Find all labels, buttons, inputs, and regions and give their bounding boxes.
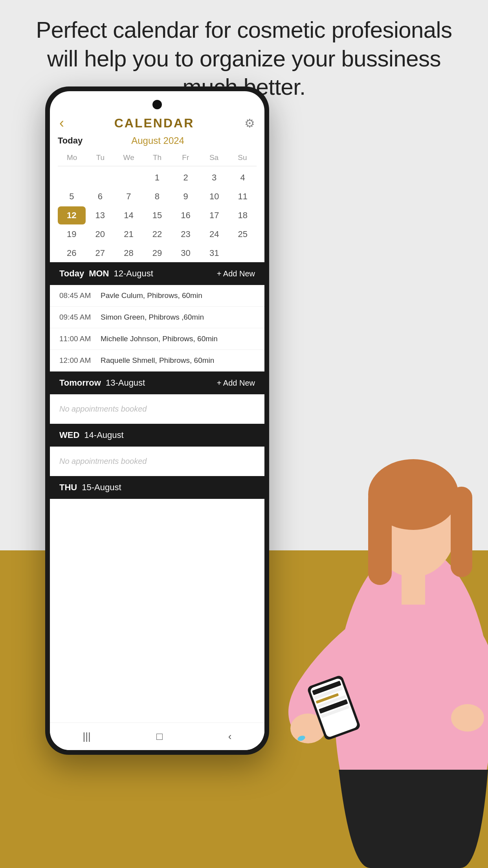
cal-day-4[interactable]: 4 [229, 169, 257, 187]
day-header-su: Su [228, 152, 257, 164]
cal-day-20[interactable]: 20 [86, 225, 114, 243]
appt-time-0-0: 08:45 AM [59, 291, 101, 300]
cal-day-14[interactable]: 14 [115, 206, 143, 224]
month-title: August 2024 [131, 135, 184, 146]
app-header: ‹ Calendar ⚙ [50, 91, 264, 135]
cal-day-30[interactable]: 30 [172, 244, 200, 262]
weekday-label-3: THU [59, 482, 77, 493]
appointment-row-0-0[interactable]: 08:45 AMPavle Culum, Phibrows, 60min [50, 285, 264, 307]
cal-day-29[interactable]: 29 [143, 244, 171, 262]
person-image [233, 337, 488, 868]
day-header-tu: Tu [86, 152, 114, 164]
today-button[interactable]: Today [58, 136, 83, 146]
day-header-we: We [115, 152, 143, 164]
cal-day-24[interactable]: 24 [200, 225, 228, 243]
cal-day-18[interactable]: 18 [229, 206, 257, 224]
cal-day-23[interactable]: 23 [172, 225, 200, 243]
cal-day-empty-0-0 [58, 169, 86, 187]
appt-time-0-2: 11:00 AM [59, 335, 101, 343]
svg-rect-3 [368, 487, 392, 585]
cal-day-1[interactable]: 1 [143, 169, 171, 187]
cal-day-9[interactable]: 9 [172, 188, 200, 206]
cal-day-17[interactable]: 17 [200, 206, 228, 224]
back-button[interactable]: ‹ [59, 115, 64, 131]
day-label-0: Today [59, 268, 84, 279]
cal-day-22[interactable]: 22 [143, 225, 171, 243]
day-header-th: Th [143, 152, 171, 164]
settings-icon[interactable]: ⚙ [244, 116, 255, 130]
day-header-fr: Fr [171, 152, 200, 164]
cal-day-12[interactable]: 12 [58, 206, 86, 224]
appt-time-0-3: 12:00 AM [59, 356, 101, 365]
appt-details-0-3: Raquelle Shmell, Phibrows, 60min [101, 356, 214, 365]
day-header-sa: Sa [200, 152, 228, 164]
svg-rect-4 [451, 487, 472, 577]
day-label-1: Tomorrow [59, 378, 101, 388]
svg-rect-5 [402, 573, 425, 605]
cal-day-6[interactable]: 6 [86, 188, 114, 206]
appt-details-0-1: Simon Green, Phibrows ,60min [101, 313, 204, 322]
date-label-1: 13-August [106, 378, 212, 388]
appt-details-0-2: Michelle Johnson, Phibrows, 60min [101, 335, 218, 343]
cal-day-16[interactable]: 16 [172, 206, 200, 224]
appt-time-0-1: 09:45 AM [59, 313, 101, 322]
back-nav-icon[interactable]: ‹ [228, 730, 232, 743]
svg-point-7 [451, 704, 484, 732]
header-title: Calendar [114, 116, 194, 131]
add-new-button-0[interactable]: + Add New [217, 269, 255, 278]
cal-day-2[interactable]: 2 [172, 169, 200, 187]
weekday-label-0: MON [89, 268, 109, 279]
cal-day-15[interactable]: 15 [143, 206, 171, 224]
recent-apps-icon[interactable]: ||| [83, 730, 91, 743]
day-section-header-0: TodayMON12-August+ Add New [50, 262, 264, 285]
appt-details-0-0: Pavle Culum, Phibrows, 60min [101, 291, 202, 300]
home-icon[interactable]: □ [156, 730, 163, 743]
cal-day-19[interactable]: 19 [58, 225, 86, 243]
date-label-3: 15-August [82, 482, 255, 493]
day-headers: Mo Tu We Th Fr Sa Su [58, 152, 257, 164]
cal-day-10[interactable]: 10 [200, 188, 228, 206]
cal-day-3[interactable]: 3 [200, 169, 228, 187]
calendar-nav: Today August 2024 [58, 135, 257, 146]
weekday-label-2: WED [59, 430, 79, 440]
camera-dot [152, 100, 162, 109]
calendar-grid: 1234567891011121314151617181920212223242… [58, 166, 257, 262]
cal-day-25[interactable]: 25 [229, 225, 257, 243]
cal-day-empty-4-6 [229, 244, 257, 262]
cal-day-13[interactable]: 13 [86, 206, 114, 224]
cal-day-empty-0-2 [115, 169, 143, 187]
cal-day-11[interactable]: 11 [229, 188, 257, 206]
cal-day-28[interactable]: 28 [115, 244, 143, 262]
cal-day-5[interactable]: 5 [58, 188, 86, 206]
date-label-2: 14-August [84, 430, 255, 440]
day-header-mo: Mo [58, 152, 86, 164]
cal-day-empty-0-1 [86, 169, 114, 187]
calendar-section: Today August 2024 Mo Tu We Th Fr Sa Su 1… [50, 135, 264, 262]
cal-day-26[interactable]: 26 [58, 244, 86, 262]
cal-day-8[interactable]: 8 [143, 188, 171, 206]
cal-day-21[interactable]: 21 [115, 225, 143, 243]
cal-day-7[interactable]: 7 [115, 188, 143, 206]
cal-day-31[interactable]: 31 [200, 244, 228, 262]
date-label-0: 12-August [114, 268, 212, 279]
appointment-row-0-1[interactable]: 09:45 AMSimon Green, Phibrows ,60min [50, 307, 264, 328]
cal-day-27[interactable]: 27 [86, 244, 114, 262]
